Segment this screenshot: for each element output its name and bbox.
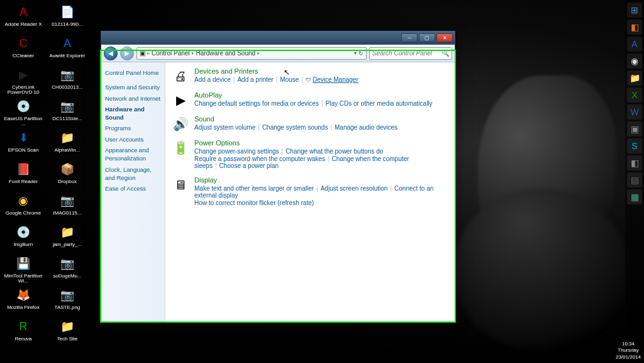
app-icon-5[interactable]: ▦ — [627, 189, 642, 204]
icon-label: ImgBurn — [14, 242, 33, 247]
chevron-right-icon: ▸ — [192, 50, 194, 56]
task-link[interactable]: Require a password when the computer wak… — [194, 155, 325, 162]
task-link[interactable]: How to correct monitor flicker (refresh … — [194, 199, 314, 206]
close-button[interactable]: ✕ — [436, 33, 453, 42]
app-icon-4[interactable]: ▤ — [627, 172, 642, 187]
sidebar-item[interactable]: Clock, Language, and Region — [105, 165, 161, 182]
divider: | — [233, 76, 235, 83]
search-icon[interactable]: 🔍 — [441, 50, 449, 57]
desktop-icon[interactable]: 📁jam_party_... — [45, 223, 89, 254]
app-icon-2[interactable]: ▣ — [627, 121, 642, 137]
address-bar[interactable]: ▣ ▸ Control Panel ▸ Hardware and Sound ▸… — [136, 47, 367, 60]
search-input[interactable] — [372, 50, 441, 57]
minimize-button[interactable]: ─ — [401, 33, 418, 42]
shield-icon: 🛡 — [306, 77, 311, 83]
sidebar-item[interactable]: User Accounts — [105, 135, 161, 143]
chrome-icon[interactable]: ◉ — [627, 53, 642, 69]
icon-label: Mozilla Firefox — [7, 305, 40, 310]
task-link[interactable]: Choose a power plan — [219, 162, 279, 169]
category-links: Change power-saving settings|Change what… — [194, 148, 448, 169]
desktop-icon[interactable]: RRecuva — [1, 317, 45, 349]
category-title[interactable]: Power Options — [194, 139, 448, 147]
category-links: Add a device|Add a printer|Mouse|🛡Device… — [194, 76, 448, 83]
task-link[interactable]: Change default settings for media or dev… — [194, 100, 319, 107]
sidebar-item[interactable]: Network and Internet — [105, 94, 161, 103]
nav-forward-button[interactable]: ▶ — [120, 47, 134, 60]
category-title[interactable]: AutoPlay — [194, 91, 448, 99]
desktop-icon[interactable]: ⬇EPSON Scan — [1, 128, 45, 160]
sidebar-item[interactable]: System and Security — [105, 83, 161, 91]
sidebar-item[interactable]: Hardware and Sound — [105, 105, 161, 122]
task-link[interactable]: Device Manager — [313, 76, 358, 83]
app-icon: R — [14, 317, 33, 336]
desktop-icon[interactable]: ▶CyberLink PowerDVD 10 — [1, 65, 45, 97]
task-link[interactable]: Change power-saving settings — [194, 148, 279, 155]
desktop-icon[interactable]: 📷TASTE.png — [45, 286, 89, 317]
desktop-icon[interactable]: AAdobe Reader X — [1, 3, 45, 34]
desktop-icon[interactable]: 📷IMAG0115... — [45, 191, 89, 223]
outlook-icon[interactable]: ◧ — [627, 20, 642, 35]
task-link[interactable]: Add a device — [194, 76, 231, 83]
explorer-icon[interactable]: 📁 — [627, 70, 642, 86]
desktop-icon[interactable]: ◉Google Chrome — [1, 191, 45, 223]
nav-back-button[interactable]: ◀ — [104, 47, 118, 60]
start-button[interactable]: ⊞ — [627, 3, 642, 18]
task-link[interactable]: Play CDs or other media automatically — [326, 100, 433, 107]
category-title[interactable]: Devices and Printers — [194, 67, 448, 75]
desktop-icon[interactable]: 📁AlphaWin... — [45, 128, 89, 160]
category-title[interactable]: Display — [194, 176, 448, 184]
desktop-icon[interactable]: 💿EaseUS Partition ... — [1, 97, 45, 128]
sidebar-home[interactable]: Control Panel Home — [105, 69, 161, 77]
task-link[interactable]: Make text and other items larger or smal… — [194, 185, 314, 192]
maximize-button[interactable]: ▢ — [419, 33, 435, 42]
divider: | — [301, 76, 303, 83]
icon-label: Foxit Reader — [9, 179, 38, 184]
category-icon: 🖨 — [172, 67, 189, 85]
divider: | — [276, 76, 278, 83]
desktop-icon[interactable]: 📷soDogeMu... — [45, 254, 89, 286]
app-icon: 📕 — [14, 160, 33, 179]
divider: | — [321, 100, 323, 107]
app-icon-3[interactable]: ◧ — [627, 155, 642, 170]
task-link[interactable]: Manage audio devices — [335, 124, 397, 131]
clock-date: 23/01/2014 — [614, 354, 643, 360]
excel-icon[interactable]: X — [627, 87, 642, 103]
desktop-icon[interactable]: 📦Dropbox — [45, 160, 89, 191]
refresh-icon[interactable]: ↻ — [358, 50, 364, 57]
word-icon[interactable]: W — [627, 104, 642, 120]
task-link[interactable]: Add a printer — [237, 76, 273, 83]
breadcrumb-root[interactable]: Control Panel — [152, 50, 190, 57]
desktop-icon[interactable]: CCCleaner — [1, 34, 45, 65]
task-link[interactable]: Change what the power buttons do — [286, 148, 383, 155]
task-link[interactable]: Mouse — [280, 76, 299, 83]
system-clock[interactable]: 10:34 Thursday 23/01/2014 — [613, 338, 644, 363]
task-link[interactable]: Change system sounds — [262, 124, 328, 131]
control-panel-window: ─ ▢ ✕ ◀ ▶ ▣ ▸ Control Panel ▸ Hardware a… — [101, 31, 455, 322]
desktop-icon[interactable]: 🦊Mozilla Firefox — [1, 286, 45, 317]
sidebar-item[interactable]: Programs — [105, 124, 161, 132]
skype-icon[interactable]: S — [627, 138, 642, 154]
breadcrumb-current[interactable]: Hardware and Sound — [196, 50, 256, 57]
sidebar-item[interactable]: Appearance and Personalization — [105, 146, 161, 163]
desktop-icon[interactable]: AAvanté Explorer — [45, 34, 89, 65]
sidebar-item[interactable]: Ease of Access — [105, 184, 161, 193]
category-title[interactable]: Sound — [194, 115, 448, 123]
app-icon: 💿 — [14, 97, 33, 116]
desktop-icons-area: AAdobe Reader X📄012114-990...CCCleanerAA… — [0, 0, 101, 363]
app-icon: 📁 — [58, 317, 77, 336]
search-box[interactable]: 🔍 — [369, 47, 452, 60]
desktop-icon[interactable]: 📕Foxit Reader — [1, 160, 45, 191]
desktop-icon[interactable]: 💾MiniTool Partition Wi... — [1, 254, 45, 286]
desktop-icon[interactable]: 📷CH0032013... — [45, 65, 89, 97]
desktop-icon[interactable]: 📁Tech Site — [45, 317, 89, 349]
task-link[interactable]: Adjust screen resolution — [321, 185, 388, 192]
desktop-icon[interactable]: 💿ImgBurn — [1, 223, 45, 254]
desktop-icon[interactable]: 📷DC111Side... — [45, 97, 89, 128]
app-icon[interactable]: A — [627, 36, 642, 52]
task-link[interactable]: Adjust system volume — [194, 124, 255, 131]
dropdown-icon[interactable]: ▾ — [354, 50, 357, 56]
desktop-icon[interactable]: 📄012114-990... — [45, 3, 89, 34]
category-links: Make text and other items larger or smal… — [194, 185, 448, 206]
app-icon: 📦 — [58, 160, 77, 179]
window-titlebar[interactable]: ─ ▢ ✕ — [101, 31, 455, 45]
